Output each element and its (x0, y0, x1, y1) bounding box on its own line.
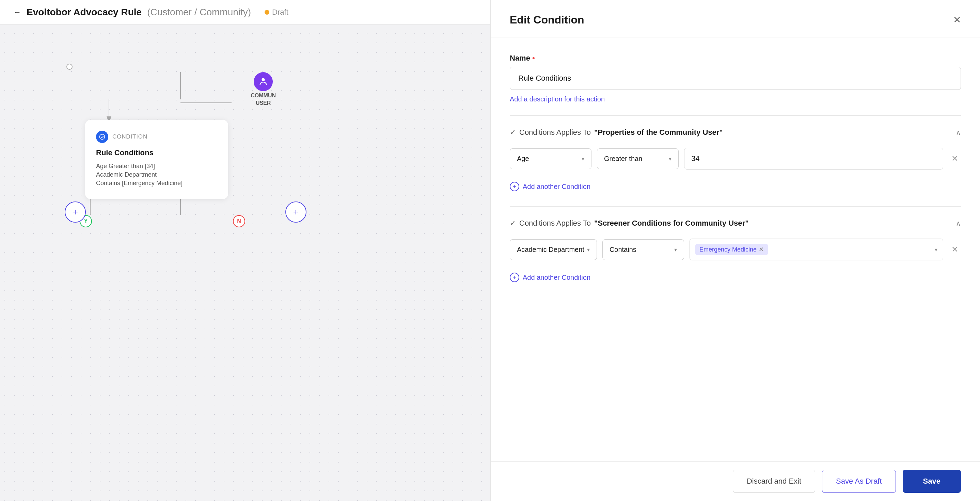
section1-check: ✓ (510, 128, 516, 137)
section2-check: ✓ (510, 219, 516, 228)
community-user-label-2: USER (256, 100, 271, 106)
section2-field-dropdown[interactable]: Academic Department ▾ (510, 239, 597, 260)
condition-detail-dept-label: Academic Department (96, 171, 217, 178)
section1-collapse-button[interactable]: ∧ (956, 128, 961, 136)
name-input[interactable] (510, 67, 961, 90)
draft-badge: Draft (264, 8, 288, 17)
section2-tag-input[interactable]: Emergency Medicine ✕ ▾ (690, 239, 943, 260)
condition-type-label: CONDITION (112, 133, 148, 140)
condition-box: CONDITION Rule Conditions Age Greater th… (85, 120, 228, 199)
condition-box-name: Rule Conditions (96, 148, 217, 157)
section2-prefix: Conditions Applies To (519, 219, 591, 228)
left-canvas-panel: ← Evoltobor Advocacy Rule (Customer / Co… (0, 0, 490, 501)
section2-title: ✓ Conditions Applies To "Screener Condit… (510, 219, 749, 228)
community-user-label-1: COMMUN (251, 93, 276, 99)
section1-entity: "Properties of the Community User" (594, 128, 723, 137)
section2-collapse-button[interactable]: ∧ (956, 219, 961, 227)
breadcrumb: (Customer / Community) (147, 7, 251, 18)
condition-header: CONDITION (96, 131, 217, 143)
section1-title: ✓ Conditions Applies To "Properties of t… (510, 128, 723, 137)
condition-icon (96, 131, 108, 143)
section2-operator-dropdown[interactable]: Contains ▾ (602, 239, 684, 260)
top-bar: ← Evoltobor Advocacy Rule (Customer / Co… (0, 0, 490, 24)
edit-condition-panel: Edit Condition ✕ Name • Add a descriptio… (490, 0, 980, 501)
section1-value-input[interactable] (684, 148, 943, 170)
section1-field-chevron: ▾ (582, 155, 584, 162)
section2-entity: "Screener Conditions for Community User" (594, 219, 749, 228)
section2-add-icon: + (510, 273, 519, 282)
section1-field-dropdown[interactable]: Age ▾ (510, 148, 592, 169)
back-button[interactable]: ← (14, 8, 21, 17)
page-title: Evoltobor Advocacy Rule (27, 7, 142, 18)
canvas-area: COMMUN USER CONDITION Rule Conditions Ag… (0, 24, 490, 501)
section2-remove-button[interactable]: ✕ (949, 242, 961, 257)
section1-add-label: Add another Condition (523, 183, 590, 190)
section1-operator-chevron: ▾ (669, 155, 671, 162)
add-node-right-button[interactable]: + (285, 201, 307, 223)
community-user-icon (254, 72, 273, 91)
name-field-label: Name • (510, 54, 961, 63)
section2-field-chevron: ▾ (587, 246, 590, 253)
section1-add-condition-button[interactable]: + Add another Condition (510, 179, 590, 194)
section2-header: ✓ Conditions Applies To "Screener Condit… (510, 219, 961, 228)
name-field-section: Name • Add a description for this action (510, 54, 961, 103)
connector-lines (0, 24, 490, 501)
condition-detail-dept-value: Contains [Emergency Medicine] (96, 180, 217, 187)
panel-title: Edit Condition (510, 14, 584, 26)
save-button[interactable]: Save (903, 470, 961, 493)
section2-add-label: Add another Condition (523, 274, 590, 281)
section2-condition-row: Academic Department ▾ Contains ▾ Emergen… (510, 239, 961, 260)
section1-header: ✓ Conditions Applies To "Properties of t… (510, 128, 961, 137)
emergency-medicine-tag: Emergency Medicine ✕ (695, 244, 768, 255)
section2-operator-chevron: ▾ (674, 246, 677, 253)
section1-operator-dropdown[interactable]: Greater than ▾ (597, 148, 679, 169)
panel-content: Name • Add a description for this action… (491, 37, 980, 461)
condition-detail-age: Age Greater than [34] (96, 163, 217, 170)
save-draft-button[interactable]: Save As Draft (822, 470, 896, 493)
connector-node (67, 63, 73, 70)
section1-prefix: Conditions Applies To (519, 128, 591, 137)
draft-status: Draft (272, 8, 288, 17)
svg-point-6 (261, 78, 264, 81)
required-indicator: • (532, 54, 535, 63)
condition-section-1: ✓ Conditions Applies To "Properties of t… (510, 116, 961, 194)
draft-dot-icon (264, 10, 269, 15)
branch-n-indicator: N (233, 215, 245, 227)
panel-footer: Discard and Exit Save As Draft Save (491, 461, 980, 501)
section1-remove-button[interactable]: ✕ (949, 151, 961, 166)
tag-remove-button[interactable]: ✕ (759, 246, 764, 253)
add-description-link[interactable]: Add a description for this action (510, 95, 605, 103)
section1-condition-row: Age ▾ Greater than ▾ ✕ (510, 148, 961, 170)
panel-header: Edit Condition ✕ (491, 0, 980, 37)
section1-add-icon: + (510, 182, 519, 191)
tag-label: Emergency Medicine (699, 246, 757, 253)
discard-button[interactable]: Discard and Exit (733, 470, 815, 493)
community-user-node: COMMUN USER (251, 72, 276, 106)
add-node-left-button[interactable]: + (65, 201, 86, 223)
svg-point-7 (100, 135, 105, 140)
section2-add-condition-button[interactable]: + Add another Condition (510, 270, 590, 285)
condition-section-2: ✓ Conditions Applies To "Screener Condit… (510, 206, 961, 285)
section2-tag-chevron: ▾ (935, 246, 937, 253)
close-panel-button[interactable]: ✕ (953, 14, 961, 25)
